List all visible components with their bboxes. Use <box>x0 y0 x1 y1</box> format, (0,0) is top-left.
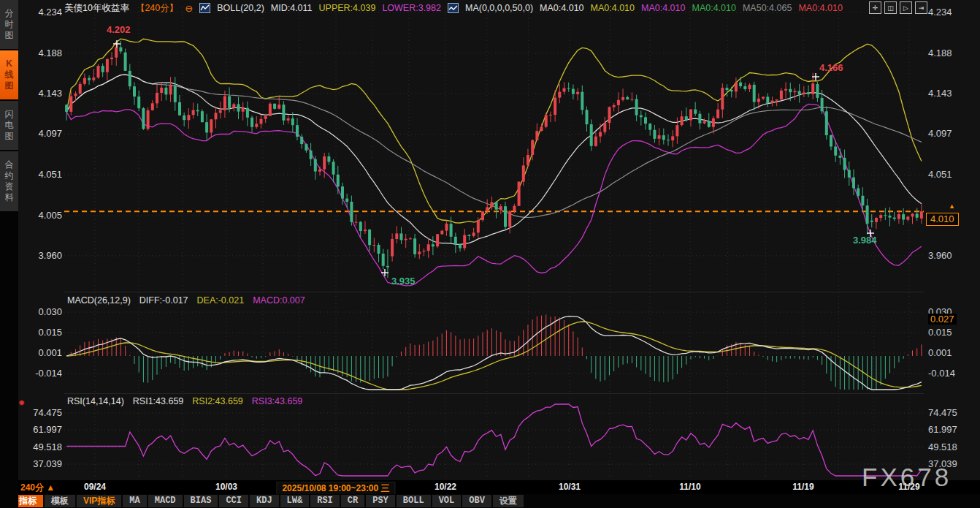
axis-label: 4.234 <box>928 7 975 18</box>
axis-label: 4.051 <box>20 169 62 180</box>
playback-chart-icon[interactable]: ▷ <box>900 1 912 14</box>
axis-label: 37.039 <box>20 458 62 469</box>
trading-terminal: 分时图K线图闪电图合约资料 美债10年收益率 【240分】 ⊖ BOLL(20,… <box>0 0 980 508</box>
sidebar-item-kline-chart[interactable]: K线图 <box>0 50 18 99</box>
axis-label: 4.097 <box>20 128 62 139</box>
price-extreme-label: 4.166 <box>819 62 843 73</box>
collapse-icon[interactable]: ⊖ <box>185 4 193 13</box>
boll-mid-value: MID:4.011 <box>271 3 313 13</box>
ma-value: MA0:4.010 <box>692 3 735 13</box>
chart-legend-bar: 美债10年收益率 【240分】 ⊖ BOLL(20,2) MID:4.011 U… <box>64 2 843 14</box>
exit-fullscreen-icon[interactable]: ⇥ <box>915 1 927 14</box>
toolbar-button-KDJ[interactable]: KDJ <box>250 495 279 507</box>
indicator-toolbar: 指标模板VIP指标MAMACDBIASCCIKDJLW&RSICRPSYBOLL… <box>0 494 980 508</box>
axis-label: 4.097 <box>928 128 975 139</box>
axis-label: -0.014 <box>928 368 975 379</box>
watermark: FX678 <box>862 463 952 492</box>
rsi-header: RSI(14,14,14) RSI1:43.659 RSI2:43.659 RS… <box>67 396 302 406</box>
left-axis-chart-icon[interactable]: ◫ <box>884 1 897 14</box>
window-buttons: ✛◫▷⇥ <box>869 1 927 14</box>
period-badge[interactable]: 【240分】 <box>136 2 178 15</box>
axis-label: 4.188 <box>928 48 975 58</box>
sidebar-item-flash-chart[interactable]: 闪电图 <box>0 101 18 150</box>
price-extreme-label: 4.202 <box>107 24 131 35</box>
axis-label: -0.014 <box>20 368 62 379</box>
boll-upper-value: UPPER:4.039 <box>319 3 376 13</box>
ma-value: MA0:4.010 <box>798 3 842 13</box>
ma-label: MA(0,0,0,0,50,0) <box>465 3 533 13</box>
price-extreme-label: 3.935 <box>391 276 416 287</box>
ma-value: MA0:4.010 <box>540 3 583 13</box>
boll-lower-value: LOWER:3.982 <box>382 3 441 13</box>
axis-label: 0.030 <box>20 306 62 317</box>
sidebar-item-contract-info[interactable]: 合约资料 <box>0 151 18 211</box>
toolbar-button-BOLL[interactable]: BOLL <box>397 495 431 507</box>
axis-label: 4.234 <box>20 7 62 18</box>
x-tick-label: 10/03 <box>215 482 237 492</box>
x-tick-label: 10/22 <box>435 482 456 492</box>
instrument-title: 美债10年收益率 <box>64 2 129 15</box>
axis-label: 49.518 <box>20 441 62 452</box>
macd-params: MACD(26,12,9) <box>67 295 131 306</box>
toolbar-button-MA[interactable]: MA <box>123 495 146 507</box>
macd-current-badge: 0.027 <box>928 314 957 325</box>
toolbar-button-LW&[interactable]: LW& <box>280 495 310 507</box>
boll-indicator-icon[interactable] <box>199 3 210 13</box>
axis-label: 3.960 <box>20 250 62 261</box>
ma-indicator-icon[interactable] <box>448 3 459 13</box>
rsi3-value: RSI3:43.659 <box>252 396 303 406</box>
chart-canvas[interactable] <box>64 0 924 480</box>
axis-label: 61.997 <box>928 424 975 435</box>
ma-values: MA0:4.010MA0:4.010MA0:4.010MA0:4.010MA50… <box>540 3 843 13</box>
toolbar-button-CR[interactable]: CR <box>341 495 364 507</box>
axis-label: 0.001 <box>20 347 62 358</box>
x-tick-label: 11/19 <box>792 482 814 492</box>
sidebar-item-time-chart[interactable]: 分时图 <box>0 0 18 49</box>
toolbar-button-VOL[interactable]: VOL <box>432 495 462 507</box>
axis-label: 49.518 <box>928 441 975 452</box>
toolbar-button-PSY[interactable]: PSY <box>366 495 395 507</box>
toolbar-button-MACD[interactable]: MACD <box>148 495 183 507</box>
rsi-params: RSI(14,14,14) <box>67 396 124 406</box>
toolbar-button-设置[interactable]: 设置 <box>493 495 524 507</box>
axis-label: 3.960 <box>928 250 975 261</box>
toolbar-button-CCI[interactable]: CCI <box>219 495 248 507</box>
toolbar-button-RSI[interactable]: RSI <box>310 495 340 507</box>
toolbar-button-OBV[interactable]: OBV <box>462 495 491 507</box>
boll-label: BOLL(20,2) <box>217 3 264 13</box>
period-selector[interactable]: 240分 ▲ <box>20 482 55 494</box>
toolbar-button-模板[interactable]: 模板 <box>45 495 75 507</box>
axis-label: 61.997 <box>20 424 62 435</box>
x-tick-label: 09/24 <box>84 482 106 492</box>
rsi1-value: RSI1:43.659 <box>133 396 184 406</box>
toolbar-button-BIAS[interactable]: BIAS <box>184 495 218 507</box>
pan-crosshair-icon[interactable]: ✛ <box>869 1 881 14</box>
axis-label: 4.188 <box>20 48 62 58</box>
current-price-badge: 4.010 <box>926 213 959 226</box>
axis-label: 4.143 <box>928 88 975 99</box>
x-tick-label: 10/31 <box>559 482 581 492</box>
sidebar: 分时图K线图闪电图合约资料 <box>0 0 18 508</box>
axis-label: 4.005 <box>20 210 62 221</box>
ma-value: MA0:4.010 <box>641 3 685 13</box>
toolbar-button-VIP指标[interactable]: VIP指标 <box>77 495 121 507</box>
rsi2-value: RSI2:43.659 <box>192 396 243 406</box>
price-up-arrow-icon: ▲ <box>949 202 955 210</box>
axis-label: 0.001 <box>928 347 975 358</box>
macd-macd-value: MACD:0.007 <box>253 295 305 306</box>
macd-diff-value: DIFF:-0.017 <box>139 295 188 306</box>
macd-dea-value: DEA:-0.021 <box>197 295 245 306</box>
price-extreme-label: 3.984 <box>853 235 877 246</box>
ma-value: MA50:4.065 <box>743 3 792 13</box>
axis-label: 74.475 <box>20 407 62 418</box>
ma-value: MA0:4.010 <box>591 3 635 13</box>
axis-label: 0.015 <box>928 327 975 338</box>
axis-label: 74.475 <box>928 407 975 418</box>
time-axis: 240分 ▲ 09/2410/032025/10/08 19:00~23:00 … <box>0 480 980 494</box>
macd-header: MACD(26,12,9) DIFF:-0.017 DEA:-0.021 MAC… <box>67 295 305 306</box>
axis-label: 4.143 <box>20 88 62 99</box>
axis-label: 0.015 <box>20 327 62 338</box>
x-tick-label: 11/10 <box>679 482 700 492</box>
axis-label: 4.051 <box>928 169 975 180</box>
